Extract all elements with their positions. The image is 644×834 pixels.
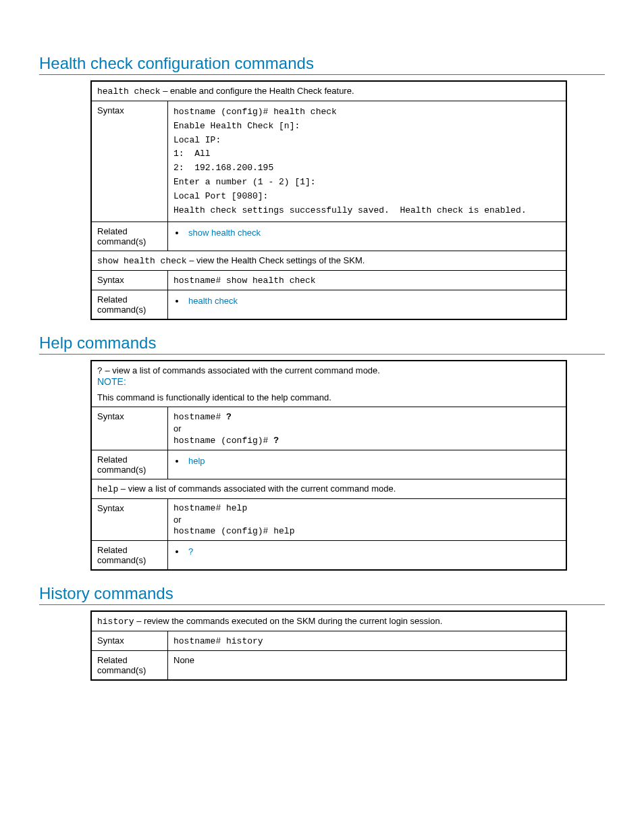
- syntax-cell: hostname# history: [168, 631, 567, 651]
- cmd-name: help: [97, 484, 118, 494]
- note-text: This command is functionally identical t…: [97, 392, 560, 402]
- cmd-desc: – view a list of commands associated wit…: [103, 365, 380, 375]
- syntax-code: hostname# show health check: [173, 276, 316, 286]
- related-link-help[interactable]: help: [188, 456, 205, 466]
- help-commands-table: ? – view a list of commands associated w…: [90, 360, 567, 571]
- related-label: Related command(s): [91, 450, 168, 479]
- related-link-question[interactable]: ?: [188, 546, 193, 556]
- history-commands-table: history – review the commands executed o…: [90, 610, 567, 681]
- related-label: Related command(s): [91, 541, 168, 571]
- health-check-table: health check – enable and configure the …: [90, 80, 567, 320]
- history-desc-row: history – review the commands executed o…: [91, 611, 566, 631]
- related-cell: health check: [168, 290, 567, 320]
- related-link-health-check[interactable]: health check: [188, 296, 238, 306]
- syntax-cell: hostname (config)# health check Enable H…: [168, 101, 567, 222]
- cmd-name: ?: [97, 366, 103, 376]
- question-desc-row: ? – view a list of commands associated w…: [91, 361, 566, 407]
- syntax-label: Syntax: [91, 631, 168, 651]
- syntax-code: hostname# history: [173, 636, 263, 646]
- related-label: Related command(s): [91, 651, 168, 681]
- cmd-name: health check: [97, 86, 161, 97]
- note-label: NOTE:: [97, 376, 560, 387]
- cmd-desc: – view a list of commands associated wit…: [118, 484, 396, 494]
- syntax-line-2: hostname (config)#: [173, 436, 273, 446]
- help-desc-row: help – view a list of commands associate…: [91, 479, 566, 499]
- syntax-label: Syntax: [91, 271, 168, 290]
- health-check-desc-row: health check – enable and configure the …: [91, 81, 566, 101]
- syntax-or: or: [173, 515, 560, 525]
- syntax-line-1: hostname#: [173, 412, 226, 422]
- cmd-desc: – review the commands executed on the SK…: [134, 616, 443, 626]
- section-heading-help: Help commands: [39, 334, 605, 355]
- syntax-label: Syntax: [91, 101, 168, 222]
- syntax-cell: hostname# show health check: [168, 271, 567, 290]
- show-health-check-desc-row: show health check – view the Health Chec…: [91, 251, 566, 271]
- cmd-desc: – enable and configure the Health Check …: [161, 86, 354, 96]
- related-cell: help: [168, 450, 567, 479]
- syntax-line-1: hostname# help: [173, 503, 560, 513]
- syntax-code: hostname (config)# health check Enable H…: [173, 105, 560, 217]
- related-cell: show health check: [168, 222, 567, 251]
- cmd-name: history: [97, 617, 134, 627]
- section-heading-history: History commands: [39, 584, 605, 605]
- cmd-desc: – view the Health Check settings of the …: [187, 255, 365, 265]
- syntax-bold-1: ?: [226, 412, 232, 422]
- related-text: None: [168, 651, 567, 681]
- syntax-cell: hostname# ? or hostname (config)# ?: [168, 407, 567, 450]
- related-link-show-health-check[interactable]: show health check: [188, 228, 261, 238]
- related-cell: ?: [168, 541, 567, 571]
- syntax-bold-2: ?: [273, 436, 279, 446]
- syntax-label: Syntax: [91, 499, 168, 541]
- syntax-label: Syntax: [91, 407, 168, 450]
- syntax-or: or: [173, 423, 560, 434]
- cmd-name: show health check: [97, 256, 187, 266]
- syntax-line-2: hostname (config)# help: [173, 526, 560, 536]
- related-label: Related command(s): [91, 222, 168, 251]
- syntax-cell: hostname# help or hostname (config)# hel…: [168, 499, 567, 541]
- related-label: Related command(s): [91, 290, 168, 320]
- section-heading-health-check: Health check configuration commands: [39, 54, 605, 75]
